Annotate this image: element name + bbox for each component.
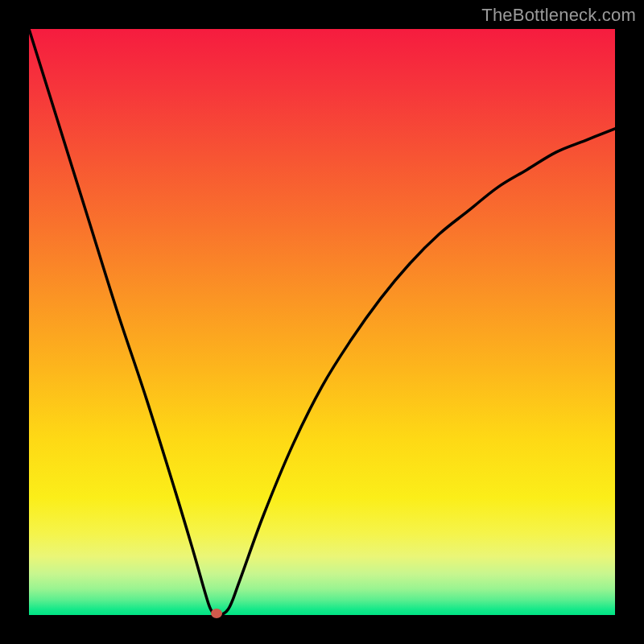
watermark-label: TheBottleneck.com xyxy=(481,5,636,26)
minimum-marker xyxy=(211,609,222,618)
chart-frame: TheBottleneck.com xyxy=(0,0,644,644)
plot-area xyxy=(29,29,615,615)
bottleneck-curve xyxy=(29,29,615,615)
